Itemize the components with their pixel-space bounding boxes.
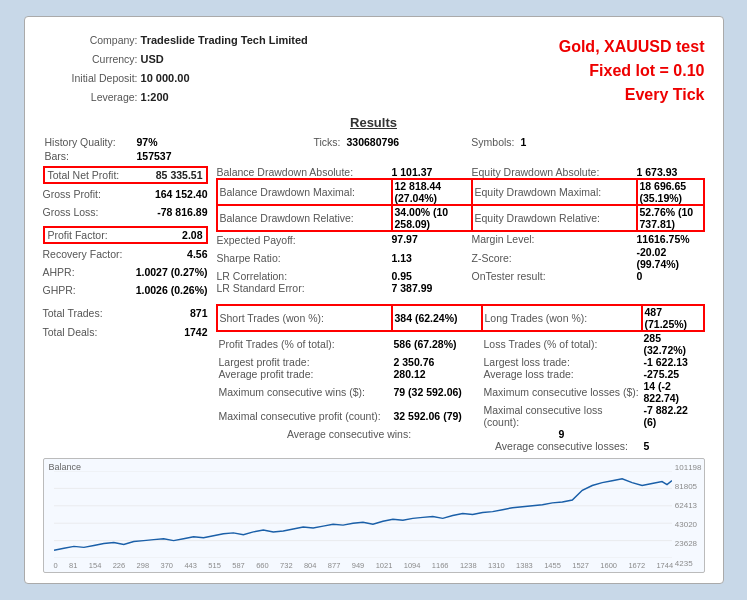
pf-value: 2.08 xyxy=(182,229,202,241)
x-23: 1672 xyxy=(628,561,645,570)
gp-value: 164 152.40 xyxy=(155,186,208,204)
gl-value: -78 816.89 xyxy=(157,204,207,222)
x-14: 1021 xyxy=(376,561,393,570)
pf-label: Profit Factor: xyxy=(48,229,108,241)
company-label: Company: xyxy=(43,32,138,50)
x-6: 443 xyxy=(184,561,197,570)
top-right-title: Gold, XAUUSD test Fixed lot = 0.10 Every… xyxy=(559,35,705,107)
ml-label: Margin Level: xyxy=(472,231,637,246)
x-4: 298 xyxy=(137,561,150,570)
history-table: History Quality: 97% Ticks: 330680796 Sy… xyxy=(43,134,705,164)
eda-label: Equity Drawdown Absolute: xyxy=(472,166,637,179)
lrc-label: LR Correlation: xyxy=(217,270,392,282)
top-section: Company: Tradeslide Trading Tech Limited… xyxy=(43,31,705,107)
x-9: 660 xyxy=(256,561,269,570)
sr-label: Sharpe Ratio: xyxy=(217,246,392,270)
apt-label: Average profit trade: xyxy=(217,368,392,380)
trade-counts: Total Trades: 871 Total Deals: 1742 xyxy=(43,304,208,452)
title-line3: Every Tick xyxy=(559,83,705,107)
lt-label: Long Trades (won %): xyxy=(482,305,642,331)
deposit-value: 10 000.00 xyxy=(141,72,190,84)
bda-label: Balance Drawdown Absolute: xyxy=(217,166,392,179)
x-15: 1094 xyxy=(404,561,421,570)
x-13: 949 xyxy=(352,561,365,570)
x-0: 0 xyxy=(54,561,58,570)
title-line2: Fixed lot = 0.10 xyxy=(559,59,705,83)
leverage-label: Leverage: xyxy=(43,89,138,107)
losst-value: 285 (32.72%) xyxy=(642,331,704,356)
acw-value: 9 xyxy=(482,428,642,440)
llt-value: -1 622.13 xyxy=(642,356,704,368)
y-label-4: 43020 xyxy=(675,520,702,529)
alt-value: -275.25 xyxy=(642,368,704,380)
mcl-value: 14 (-2 822.74) xyxy=(642,380,704,404)
currency-label: Currency: xyxy=(43,51,138,69)
total-net-profit-box: Total Net Profit: 85 335.51 xyxy=(43,166,208,184)
gl-label: Gross Loss: xyxy=(43,204,99,222)
mclo-label: Maximal consecutive loss (count): xyxy=(482,404,642,428)
lpft-value: 2 350.76 xyxy=(392,356,482,368)
ticks-value: 330680796 xyxy=(343,136,433,148)
report-card: Company: Tradeslide Trading Tech Limited… xyxy=(24,16,724,583)
rf-label: Recovery Factor: xyxy=(43,246,123,264)
tnp-value: 85 335.51 xyxy=(156,169,203,181)
x-21: 1527 xyxy=(572,561,589,570)
ep-value: 97.97 xyxy=(392,231,472,246)
bdm-value: 12 818.44 (27.04%) xyxy=(392,179,472,205)
edr-value: 52.76% (10 737.81) xyxy=(637,205,704,231)
lt-value: 487 (71.25%) xyxy=(642,305,704,331)
results-title: Results xyxy=(43,115,705,130)
apt-value: 280.12 xyxy=(392,368,482,380)
mcl-label: Maximum consecutive losses ($): xyxy=(482,380,642,404)
tt-value: 871 xyxy=(190,304,208,323)
mcp-value: 32 592.06 (79) xyxy=(392,404,482,428)
bdr-value: 34.00% (10 258.09) xyxy=(392,205,472,231)
alt-label: Average loss trade: xyxy=(482,368,642,380)
tt-label: Total Trades: xyxy=(43,304,103,323)
ot-label: OnTester result: xyxy=(472,270,637,282)
pt-value: 586 (67.28%) xyxy=(392,331,482,356)
leverage-value: 1:200 xyxy=(141,91,169,103)
edm-value: 18 696.65 (35.19%) xyxy=(637,179,704,205)
mcp-label: Maximal consecutive profit (count): xyxy=(217,404,392,428)
ghpr-value: 1.0026 (0.26%) xyxy=(136,282,208,300)
ahpr-value: 1.0027 (0.27%) xyxy=(136,264,208,282)
trade-details: Short Trades (won %): 384 (62.24%) Long … xyxy=(208,304,705,452)
sr-value: 1.13 xyxy=(392,246,472,270)
x-3: 226 xyxy=(113,561,126,570)
right-stats-grid: Balance Drawdown Absolute: 1 101.37 Equi… xyxy=(208,166,705,299)
st-value: 384 (62.24%) xyxy=(392,305,482,331)
ml-value: 11616.75% xyxy=(637,231,704,246)
chart-x-labels: 0 81 154 226 298 370 443 515 587 660 732… xyxy=(54,561,674,570)
title-line1: Gold, XAUUSD test xyxy=(559,35,705,59)
x-11: 804 xyxy=(304,561,317,570)
bars-label: Bars: xyxy=(45,150,135,162)
left-stats: Total Net Profit: 85 335.51 Gross Profit… xyxy=(43,166,208,299)
bdr-label: Balance Drawdown Relative: xyxy=(217,205,392,231)
lossт-label: Loss Trades (% of total): xyxy=(482,331,642,356)
eda-value: 1 673.93 xyxy=(637,166,704,179)
symbols-value: 1 xyxy=(517,136,703,148)
x-17: 1238 xyxy=(460,561,477,570)
company-value: Tradeslide Trading Tech Limited xyxy=(141,34,308,46)
bars-value: 157537 xyxy=(137,150,197,162)
ticks-label: Ticks: xyxy=(261,136,341,148)
ep-label: Expected Payoff: xyxy=(217,231,392,246)
deposit-label: Initial Deposit: xyxy=(43,70,138,88)
balance-chart: Balance 101198 81805 62413 43020 23628 4… xyxy=(43,458,705,573)
currency-value: USD xyxy=(141,53,164,65)
bda-value: 1 101.37 xyxy=(392,166,472,179)
x-16: 1166 xyxy=(432,561,449,570)
x-24: 1744 xyxy=(656,561,673,570)
lpft-label: Largest profit trade: xyxy=(217,356,392,368)
y-label-3: 62413 xyxy=(675,501,702,510)
td-label: Total Deals: xyxy=(43,323,98,342)
x-8: 587 xyxy=(232,561,245,570)
dd-table: Balance Drawdown Absolute: 1 101.37 Equi… xyxy=(216,166,705,294)
td-value: 1742 xyxy=(184,323,207,342)
tnp-label: Total Net Profit: xyxy=(48,169,120,181)
zs-label: Z-Score: xyxy=(472,246,637,270)
acl-value: 5 xyxy=(642,440,704,452)
lrc-value: 0.95 xyxy=(392,270,472,282)
edr-label: Equity Drawdown Relative: xyxy=(472,205,637,231)
